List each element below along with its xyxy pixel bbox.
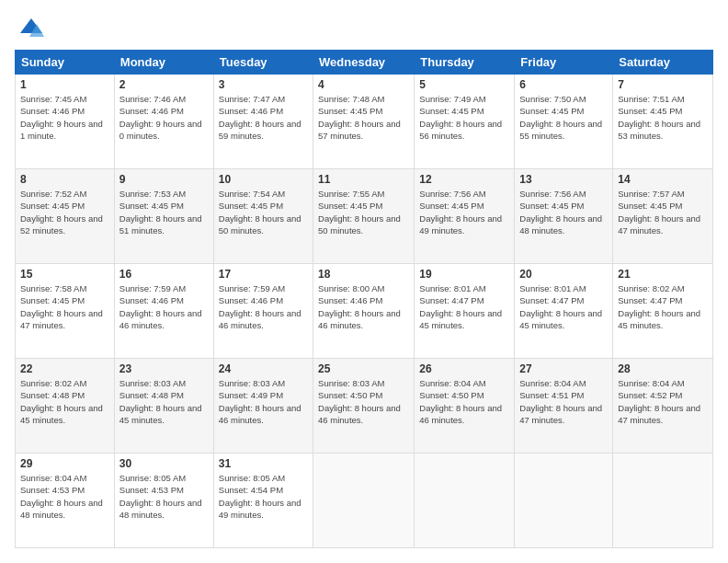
day-cell: 22 Sunrise: 8:02 AMSunset: 4:48 PMDaylig… xyxy=(16,359,115,454)
day-info: Sunrise: 7:58 AMSunset: 4:45 PMDaylight:… xyxy=(20,282,109,331)
day-cell: 7 Sunrise: 7:51 AMSunset: 4:45 PMDayligh… xyxy=(613,75,713,169)
day-info: Sunrise: 8:02 AMSunset: 4:48 PMDaylight:… xyxy=(20,377,109,426)
day-number: 5 xyxy=(419,78,509,91)
day-number: 9 xyxy=(119,173,209,186)
day-info: Sunrise: 7:57 AMSunset: 4:45 PMDaylight:… xyxy=(618,188,708,236)
day-cell: 9 Sunrise: 7:53 AMSunset: 4:45 PMDayligh… xyxy=(114,169,213,264)
day-cell: 16 Sunrise: 7:59 AMSunset: 4:46 PMDaylig… xyxy=(114,264,213,359)
day-number: 30 xyxy=(119,457,209,470)
day-number: 1 xyxy=(20,78,109,91)
day-cell: 5 Sunrise: 7:49 AMSunset: 4:45 PMDayligh… xyxy=(415,75,515,169)
day-info: Sunrise: 8:01 AMSunset: 4:47 PMDaylight:… xyxy=(519,282,608,331)
day-number: 31 xyxy=(219,457,308,470)
day-info: Sunrise: 8:02 AMSunset: 4:47 PMDaylight:… xyxy=(618,282,708,331)
day-info: Sunrise: 8:04 AMSunset: 4:53 PMDaylight:… xyxy=(20,472,109,521)
day-info: Sunrise: 7:56 AMSunset: 4:45 PMDaylight:… xyxy=(519,188,608,236)
day-number: 12 xyxy=(419,173,509,186)
day-cell: 30 Sunrise: 8:05 AMSunset: 4:53 PMDaylig… xyxy=(114,454,213,548)
day-cell: 26 Sunrise: 8:04 AMSunset: 4:50 PMDaylig… xyxy=(415,359,515,454)
day-cell: 23 Sunrise: 8:03 AMSunset: 4:48 PMDaylig… xyxy=(114,359,213,454)
day-info: Sunrise: 7:51 AMSunset: 4:45 PMDaylight:… xyxy=(618,93,708,142)
header-cell-sunday: Sunday xyxy=(16,51,115,75)
day-cell xyxy=(415,454,515,548)
week-row-3: 15 Sunrise: 7:58 AMSunset: 4:45 PMDaylig… xyxy=(16,264,713,359)
day-info: Sunrise: 7:54 AMSunset: 4:45 PMDaylight:… xyxy=(219,188,308,236)
day-info: Sunrise: 8:00 AMSunset: 4:46 PMDaylight:… xyxy=(318,282,409,331)
day-cell: 4 Sunrise: 7:48 AMSunset: 4:45 PMDayligh… xyxy=(313,75,415,169)
day-number: 14 xyxy=(618,173,708,186)
week-row-2: 8 Sunrise: 7:52 AMSunset: 4:45 PMDayligh… xyxy=(16,169,713,264)
day-cell: 3 Sunrise: 7:47 AMSunset: 4:46 PMDayligh… xyxy=(213,75,313,169)
day-info: Sunrise: 7:52 AMSunset: 4:45 PMDaylight:… xyxy=(20,188,109,236)
day-info: Sunrise: 8:03 AMSunset: 4:49 PMDaylight:… xyxy=(219,377,308,426)
day-cell: 14 Sunrise: 7:57 AMSunset: 4:45 PMDaylig… xyxy=(613,169,713,264)
header xyxy=(15,15,713,40)
day-info: Sunrise: 7:50 AMSunset: 4:45 PMDaylight:… xyxy=(519,93,608,142)
day-info: Sunrise: 7:45 AMSunset: 4:46 PMDaylight:… xyxy=(20,93,109,142)
day-number: 8 xyxy=(20,173,109,186)
day-number: 20 xyxy=(519,268,608,281)
day-info: Sunrise: 7:48 AMSunset: 4:45 PMDaylight:… xyxy=(318,93,409,142)
day-cell xyxy=(515,454,613,548)
day-number: 2 xyxy=(119,78,209,91)
day-cell: 15 Sunrise: 7:58 AMSunset: 4:45 PMDaylig… xyxy=(16,264,115,359)
day-number: 22 xyxy=(20,362,109,375)
day-number: 10 xyxy=(219,173,308,186)
day-cell: 11 Sunrise: 7:55 AMSunset: 4:45 PMDaylig… xyxy=(313,169,415,264)
header-cell-monday: Monday xyxy=(114,51,213,75)
day-info: Sunrise: 7:59 AMSunset: 4:46 PMDaylight:… xyxy=(219,282,308,331)
day-number: 13 xyxy=(519,173,608,186)
day-cell: 19 Sunrise: 8:01 AMSunset: 4:47 PMDaylig… xyxy=(415,264,515,359)
day-info: Sunrise: 7:47 AMSunset: 4:46 PMDaylight:… xyxy=(219,93,308,142)
day-info: Sunrise: 7:53 AMSunset: 4:45 PMDaylight:… xyxy=(119,188,209,236)
day-cell: 21 Sunrise: 8:02 AMSunset: 4:47 PMDaylig… xyxy=(613,264,713,359)
day-number: 3 xyxy=(219,78,308,91)
day-info: Sunrise: 8:03 AMSunset: 4:48 PMDaylight:… xyxy=(119,377,209,426)
day-cell: 31 Sunrise: 8:05 AMSunset: 4:54 PMDaylig… xyxy=(213,454,313,548)
day-cell xyxy=(313,454,415,548)
day-info: Sunrise: 7:55 AMSunset: 4:45 PMDaylight:… xyxy=(318,188,409,236)
day-number: 27 xyxy=(519,362,608,375)
week-row-1: 1 Sunrise: 7:45 AMSunset: 4:46 PMDayligh… xyxy=(16,75,713,169)
day-number: 25 xyxy=(318,362,409,375)
day-number: 24 xyxy=(219,362,308,375)
day-number: 7 xyxy=(618,78,708,91)
day-info: Sunrise: 8:05 AMSunset: 4:53 PMDaylight:… xyxy=(119,472,209,521)
header-cell-wednesday: Wednesday xyxy=(313,51,415,75)
day-number: 16 xyxy=(119,268,209,281)
page: SundayMondayTuesdayWednesdayThursdayFrid… xyxy=(0,0,728,563)
header-row: SundayMondayTuesdayWednesdayThursdayFrid… xyxy=(16,51,713,75)
calendar-table: SundayMondayTuesdayWednesdayThursdayFrid… xyxy=(15,50,713,548)
day-number: 29 xyxy=(20,457,109,470)
day-cell: 1 Sunrise: 7:45 AMSunset: 4:46 PMDayligh… xyxy=(16,75,115,169)
week-row-4: 22 Sunrise: 8:02 AMSunset: 4:48 PMDaylig… xyxy=(16,359,713,454)
day-info: Sunrise: 8:04 AMSunset: 4:52 PMDaylight:… xyxy=(618,377,708,426)
header-cell-friday: Friday xyxy=(515,51,613,75)
logo-icon xyxy=(18,15,44,40)
day-cell: 17 Sunrise: 7:59 AMSunset: 4:46 PMDaylig… xyxy=(213,264,313,359)
day-info: Sunrise: 7:49 AMSunset: 4:45 PMDaylight:… xyxy=(419,93,509,142)
day-cell: 28 Sunrise: 8:04 AMSunset: 4:52 PMDaylig… xyxy=(613,359,713,454)
day-cell: 18 Sunrise: 8:00 AMSunset: 4:46 PMDaylig… xyxy=(313,264,415,359)
day-cell: 27 Sunrise: 8:04 AMSunset: 4:51 PMDaylig… xyxy=(515,359,613,454)
day-cell: 29 Sunrise: 8:04 AMSunset: 4:53 PMDaylig… xyxy=(16,454,115,548)
day-info: Sunrise: 8:01 AMSunset: 4:47 PMDaylight:… xyxy=(419,282,509,331)
day-number: 18 xyxy=(318,268,409,281)
day-info: Sunrise: 7:56 AMSunset: 4:45 PMDaylight:… xyxy=(419,188,509,236)
day-number: 21 xyxy=(618,268,708,281)
day-info: Sunrise: 8:03 AMSunset: 4:50 PMDaylight:… xyxy=(318,377,409,426)
day-info: Sunrise: 8:04 AMSunset: 4:51 PMDaylight:… xyxy=(519,377,608,426)
day-cell: 2 Sunrise: 7:46 AMSunset: 4:46 PMDayligh… xyxy=(114,75,213,169)
day-cell: 20 Sunrise: 8:01 AMSunset: 4:47 PMDaylig… xyxy=(515,264,613,359)
day-number: 26 xyxy=(419,362,509,375)
day-cell: 10 Sunrise: 7:54 AMSunset: 4:45 PMDaylig… xyxy=(213,169,313,264)
day-info: Sunrise: 8:04 AMSunset: 4:50 PMDaylight:… xyxy=(419,377,509,426)
day-cell: 24 Sunrise: 8:03 AMSunset: 4:49 PMDaylig… xyxy=(213,359,313,454)
day-cell: 13 Sunrise: 7:56 AMSunset: 4:45 PMDaylig… xyxy=(515,169,613,264)
logo xyxy=(15,15,44,40)
day-number: 15 xyxy=(20,268,109,281)
day-cell: 6 Sunrise: 7:50 AMSunset: 4:45 PMDayligh… xyxy=(515,75,613,169)
day-number: 4 xyxy=(318,78,409,91)
day-cell xyxy=(613,454,713,548)
header-cell-tuesday: Tuesday xyxy=(213,51,313,75)
